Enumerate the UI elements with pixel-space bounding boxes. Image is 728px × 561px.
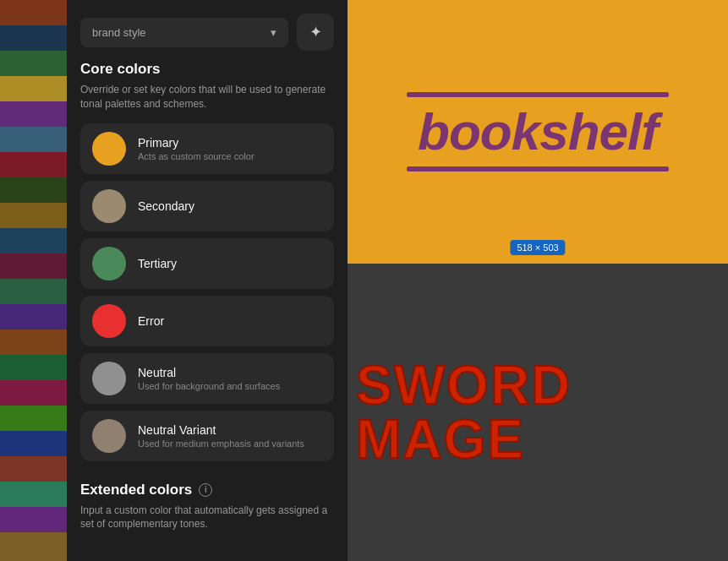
color-name-secondary: Secondary [138, 199, 194, 213]
extended-colors-section: Extended colors i Input a custom color t… [67, 482, 348, 546]
color-item-error[interactable]: Error [80, 296, 334, 346]
color-item-secondary[interactable]: Secondary [80, 181, 334, 231]
color-name-tertiary: Tertiary [138, 257, 177, 270]
preview-bottom: SWORD MAGE [348, 264, 728, 561]
color-swatch-neutral-variant [92, 419, 126, 453]
bookshelf-logo: bookshelf [407, 92, 669, 172]
color-list: PrimaryActs as custom source colorSecond… [80, 123, 334, 461]
size-badge: 518 × 503 [510, 240, 565, 255]
extended-colors-desc: Input a custom color that automatically … [80, 504, 334, 532]
color-swatch-secondary [92, 189, 126, 223]
side-panel: brand style ▾ ✦ Core colors Override or … [67, 0, 348, 561]
color-name-error: Error [138, 314, 164, 328]
chevron-down-icon: ▾ [271, 26, 276, 39]
color-name-neutral: Neutral [138, 366, 280, 379]
color-item-tertiary[interactable]: Tertiary [80, 238, 334, 289]
brand-style-dropdown[interactable]: brand style ▾ [80, 18, 288, 47]
color-name-neutral-variant: Neutral Variant [138, 423, 304, 437]
color-info-primary: PrimaryActs as custom source color [138, 136, 255, 161]
color-swatch-error [92, 304, 126, 338]
color-item-primary[interactable]: PrimaryActs as custom source color [80, 123, 334, 174]
color-item-neutral-variant[interactable]: Neutral VariantUsed for medium emphasis … [80, 411, 334, 461]
core-colors-desc: Override or set key colors that will be … [80, 83, 334, 112]
magic-wand-icon: ✦ [309, 23, 322, 41]
preview-top: bookshelf 518 × 503 [348, 0, 728, 264]
color-desc-primary: Acts as custom source color [138, 151, 255, 161]
color-desc-neutral: Used for background and surfaces [138, 381, 280, 391]
dropdown-label: brand style [92, 26, 146, 39]
panel-header: brand style ▾ ✦ [67, 0, 348, 61]
bookshelf-strip [0, 0, 67, 561]
logo-bottom-line [407, 166, 669, 172]
color-swatch-neutral [92, 362, 126, 395]
color-info-error: Error [138, 314, 164, 328]
color-swatch-primary [92, 132, 126, 166]
preview-area: bookshelf 518 × 503 SWORD MAGE [348, 0, 728, 561]
logo-text: bookshelf [418, 106, 658, 158]
color-swatch-tertiary [92, 247, 126, 280]
core-colors-section: Core colors Override or set key colors t… [67, 61, 348, 482]
info-icon: i [199, 483, 212, 497]
magic-wand-button[interactable]: ✦ [297, 14, 334, 51]
color-desc-neutral-variant: Used for medium emphasis and variants [138, 438, 304, 449]
color-item-neutral[interactable]: NeutralUsed for background and surfaces [80, 353, 334, 404]
color-info-secondary: Secondary [138, 199, 194, 213]
logo-top-line [407, 92, 669, 97]
color-info-neutral-variant: Neutral VariantUsed for medium emphasis … [138, 423, 304, 449]
color-name-primary: Primary [138, 136, 255, 150]
sword-mage-text: SWORD MAGE [356, 358, 720, 466]
core-colors-title: Core colors [80, 61, 334, 78]
color-info-tertiary: Tertiary [138, 257, 177, 270]
color-info-neutral: NeutralUsed for background and surfaces [138, 366, 280, 391]
extended-colors-title: Extended colors i [80, 482, 334, 498]
